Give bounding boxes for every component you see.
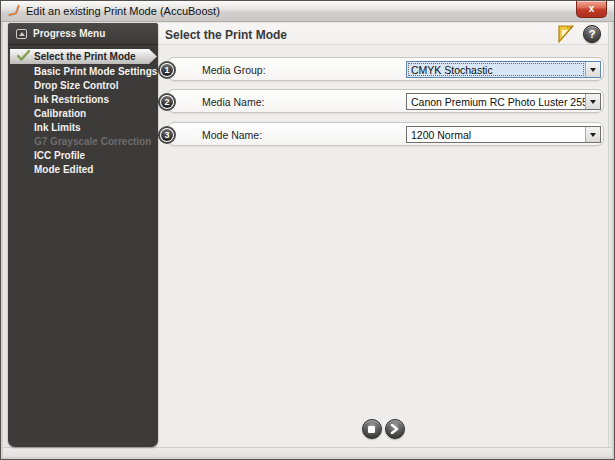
sidebar-item-ink-limits[interactable]: Ink Limits	[8, 121, 158, 135]
content-header: Select the Print Mode ?	[158, 23, 608, 45]
step-3-badge: 3	[158, 126, 176, 144]
question-mark-icon: ?	[589, 28, 596, 40]
media-name-label: Media Name:	[202, 96, 264, 108]
next-arrow-icon	[390, 424, 399, 434]
check-icon	[17, 50, 30, 61]
sidebar-item-basic-print-mode-settings[interactable]: Basic Print Mode Settings	[8, 65, 158, 79]
step-2-badge: 2	[158, 93, 176, 111]
close-icon: x	[589, 3, 595, 14]
sidebar-item-icc-profile[interactable]: ICC Profile	[8, 149, 158, 163]
sidebar-item-drop-size-control[interactable]: Drop Size Control	[8, 79, 158, 93]
dropdown-arrow-icon	[585, 127, 600, 142]
main-content: Select the Print Mode ? 1 Media Group: C…	[158, 23, 609, 447]
wizard-navigation	[158, 419, 608, 439]
sidebar-item-ink-restrictions[interactable]: Ink Restrictions	[8, 93, 158, 107]
window-title: Edit an existing Print Mode (AccuBoost)	[26, 5, 220, 17]
sidebar-item-mode-edited[interactable]: Mode Edited	[8, 163, 158, 177]
progress-menu-sidebar: Progress Menu Select the Print Mode Basi…	[8, 23, 158, 447]
form-row-media-group: 1 Media Group: CMYK Stochastic	[167, 57, 604, 81]
app-window: Edit an existing Print Mode (AccuBoost) …	[0, 0, 615, 460]
set-square-icon	[557, 25, 576, 44]
progress-menu-items: Select the Print Mode Basic Print Mode S…	[8, 49, 158, 177]
media-group-select[interactable]: CMYK Stochastic	[406, 61, 601, 78]
stop-icon	[368, 426, 375, 433]
form-row-mode-name: 3 Mode Name: 1200 Normal	[167, 122, 604, 146]
media-group-label: Media Group:	[202, 64, 266, 76]
progress-menu-header[interactable]: Progress Menu	[8, 23, 158, 45]
titlebar[interactable]: Edit an existing Print Mode (AccuBoost) …	[1, 1, 614, 22]
dropdown-arrow-icon	[585, 62, 600, 77]
step-1-badge: 1	[158, 61, 176, 79]
status-bar	[3, 447, 612, 457]
mode-name-label: Mode Name:	[202, 129, 262, 141]
next-button[interactable]	[385, 419, 405, 439]
app-icon	[7, 4, 21, 18]
mode-name-value: 1200 Normal	[407, 127, 585, 142]
progress-menu-title: Progress Menu	[33, 28, 105, 39]
mode-name-select[interactable]: 1200 Normal	[406, 126, 601, 143]
collapse-panel-icon[interactable]	[16, 29, 27, 39]
sidebar-item-select-print-mode[interactable]: Select the Print Mode	[8, 49, 158, 64]
media-group-value: CMYK Stochastic	[407, 62, 585, 77]
dropdown-arrow-icon	[585, 94, 600, 109]
stop-button[interactable]	[362, 419, 382, 439]
page-title: Select the Print Mode	[165, 28, 287, 42]
sidebar-item-g7-grayscale-correction: G7 Grayscale Correction	[8, 135, 158, 149]
close-button[interactable]: x	[576, 1, 607, 18]
media-name-select[interactable]: Canon Premium RC Photo Luster 255	[406, 93, 601, 110]
media-name-value: Canon Premium RC Photo Luster 255	[407, 94, 585, 109]
sidebar-item-calibration[interactable]: Calibration	[8, 107, 158, 121]
form-row-media-name: 2 Media Name: Canon Premium RC Photo Lus…	[167, 89, 604, 113]
help-button[interactable]: ?	[583, 25, 601, 43]
